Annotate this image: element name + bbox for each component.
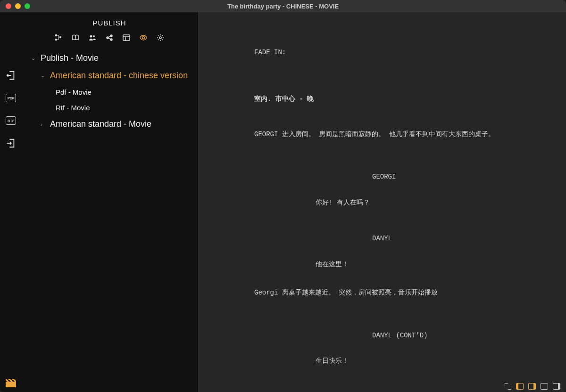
export-icon[interactable] — [4, 69, 17, 82]
tree-leaf-pdf[interactable]: Pdf - Movie — [22, 84, 197, 100]
sidebar: PUBLISH — [22, 12, 197, 392]
sidebar-toolbar — [22, 32, 197, 48]
tree-icon[interactable] — [54, 33, 63, 42]
panel-right-icon[interactable] — [528, 383, 536, 390]
minimize-window-button[interactable] — [15, 3, 21, 9]
script-body: FADE IN: 室内. 市中心 - 晚 GEORGI 进入房间。 房间是黑暗而… — [221, 31, 542, 392]
tree-label: American standard - Movie — [50, 119, 151, 129]
chevron-right-icon: › — [41, 122, 47, 127]
tree-label: Pdf - Movie — [56, 88, 92, 96]
sidebar-title: PUBLISH — [22, 17, 197, 32]
book-icon[interactable] — [71, 33, 80, 42]
preview-icon[interactable] — [139, 33, 148, 42]
svg-point-9 — [142, 37, 145, 39]
svg-rect-1 — [55, 39, 57, 41]
script-action: Georgi 离桌子越来越近。 突然，房间被照亮，音乐开始播放 — [254, 288, 518, 297]
tree-item-american-movie[interactable]: › American standard - Movie — [22, 115, 197, 133]
svg-point-5 — [107, 37, 108, 39]
script-dialog: 他在这里！ — [316, 260, 485, 269]
svg-point-4 — [93, 35, 95, 37]
tree-leaf-rtf[interactable]: Rtf - Movie — [22, 100, 197, 115]
clapperboard-icon[interactable] — [6, 379, 16, 387]
script-character-cue: DANYL — [372, 234, 542, 243]
svg-point-6 — [110, 35, 112, 37]
maximize-window-button[interactable] — [25, 3, 30, 9]
svg-rect-0 — [55, 34, 57, 36]
share-icon[interactable] — [105, 33, 114, 42]
panel-none-icon[interactable] — [541, 383, 548, 390]
statusbar — [499, 381, 566, 392]
layout-icon[interactable] — [122, 33, 131, 42]
pdf-icon[interactable]: PDF — [4, 91, 17, 105]
script-transition: FADE IN: — [254, 48, 542, 57]
tree-label: American standard - chinese version — [50, 71, 188, 81]
main-preview: FADE IN: 室内. 市中心 - 晚 GEORGI 进入房间。 房间是黑暗而… — [197, 12, 566, 392]
close-window-button[interactable] — [6, 3, 11, 9]
script-character-cue: DANYL (CONT'D) — [372, 331, 542, 340]
script-action: GEORGI 进入房间。 房间是黑暗而寂静的。 他几乎看不到中间有大东西的桌子。 — [254, 130, 518, 139]
window-title: The birthday party - CHINESE - MOVIE — [0, 3, 566, 10]
tree-item-american-chinese[interactable]: ⌄ American standard - chinese version — [22, 67, 197, 84]
chevron-down-icon: ⌄ — [41, 73, 47, 79]
chevron-down-icon: ⌄ — [31, 55, 38, 61]
script-dialog: 你好! 有人在吗？ — [316, 198, 485, 207]
window-controls — [0, 3, 30, 9]
panel-left-icon[interactable] — [516, 383, 524, 390]
svg-point-3 — [90, 35, 92, 38]
tree-root-publish-movie[interactable]: ⌄ Publish - Movie — [22, 49, 197, 67]
tree-label: Publish - Movie — [41, 53, 99, 63]
svg-point-10 — [159, 37, 161, 39]
left-rail: PDF RTF — [0, 12, 22, 392]
script-character-cue: GEORGI — [372, 172, 542, 181]
import-icon[interactable] — [4, 137, 17, 150]
gear-icon[interactable] — [156, 33, 165, 42]
script-dialog: 生日快乐！ — [316, 357, 485, 365]
app-window: The birthday party - CHINESE - MOVIE PDF… — [0, 0, 566, 392]
svg-rect-8 — [123, 35, 130, 41]
people-icon[interactable] — [88, 33, 97, 42]
script-scene-heading: 室内. 市中心 - 晚 — [254, 95, 542, 103]
publish-tree: ⌄ Publish - Movie ⌄ American standard - … — [22, 48, 197, 135]
rtf-icon[interactable]: RTF — [4, 114, 17, 127]
fullscreen-icon[interactable] — [505, 383, 511, 390]
body: PDF RTF PUBLISH — [0, 12, 566, 392]
svg-point-7 — [110, 39, 112, 41]
titlebar: The birthday party - CHINESE - MOVIE — [0, 0, 566, 12]
tree-label: Rtf - Movie — [56, 104, 90, 112]
panel-alt-icon[interactable] — [553, 383, 560, 390]
svg-rect-2 — [59, 36, 61, 38]
